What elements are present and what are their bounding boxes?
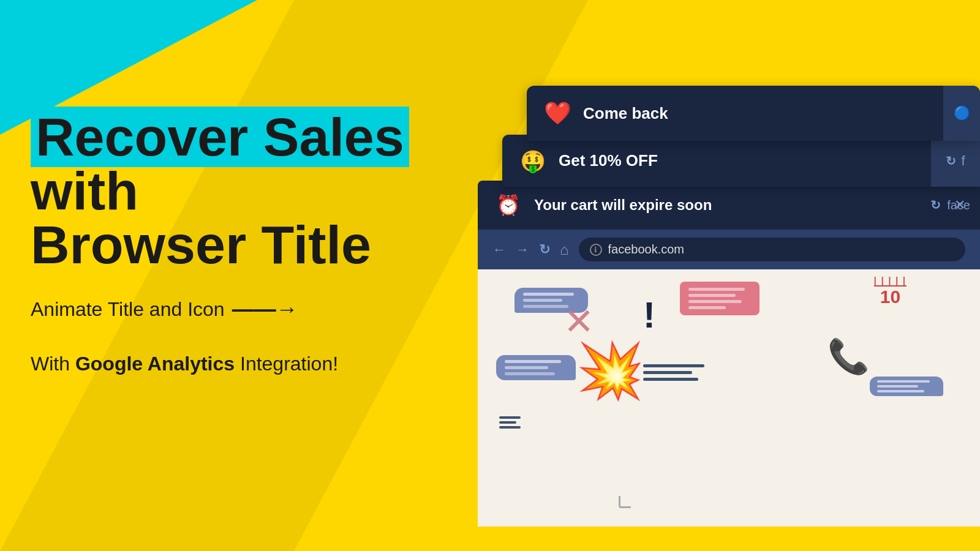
pink-card bbox=[680, 282, 760, 315]
headline-line2: with bbox=[31, 160, 138, 221]
home-button[interactable]: ⌂ bbox=[560, 241, 569, 258]
tab1-title: Come back bbox=[583, 104, 944, 123]
back-button[interactable]: ← bbox=[492, 242, 506, 258]
analytics-suffix: Integration! bbox=[235, 353, 338, 375]
browser-nav-bar: ← → ↻ ⌂ ℹ facebook.com bbox=[478, 230, 980, 269]
speech-bubble-bottom-left bbox=[496, 355, 576, 380]
phone-icon: 📞 bbox=[827, 337, 870, 377]
tab-bar-3: ⏰ Your cart will expire soon ✕ ↻ face bbox=[478, 181, 980, 230]
analytics-bold: Google Analytics bbox=[75, 353, 235, 375]
tab3-title: Your cart will expire soon bbox=[534, 197, 944, 214]
url-text: facebook.com bbox=[608, 242, 685, 257]
tab2-icon: 🤑 bbox=[517, 145, 549, 177]
subtext-label: Animate Title and Icon bbox=[31, 298, 225, 321]
speech-bubble-bottom-right bbox=[870, 377, 943, 396]
browser-mockup: ❤️ Come back ✕ 🔵 🤑 Get 10% OFF ✕ ↻ f ⏰ Y… bbox=[478, 86, 980, 527]
info-icon: ℹ bbox=[590, 244, 602, 256]
text-lines-mid bbox=[643, 364, 704, 381]
headline-highlight: Recover Sales bbox=[31, 107, 409, 167]
analytics-text: With Google Analytics Integration! bbox=[31, 353, 447, 375]
tab1-icon: ❤️ bbox=[541, 97, 573, 129]
browser-content-area: ✕ ! | | | | | 10 💥 bbox=[478, 269, 980, 527]
x-mark-icon: ✕ bbox=[564, 300, 594, 343]
tab2-title: Get 10% OFF bbox=[559, 151, 944, 170]
burst-icon: 💥 bbox=[576, 343, 644, 398]
subtext: Animate Title and Icon ——→ bbox=[31, 296, 447, 322]
tab-bar-1: ❤️ Come back ✕ 🔵 bbox=[527, 86, 980, 141]
corner-fragment bbox=[619, 496, 631, 508]
headline-line3: Browser Title bbox=[31, 214, 371, 275]
arrow-icon: ——→ bbox=[232, 296, 298, 322]
forward-button[interactable]: → bbox=[516, 242, 529, 258]
tab-bar-2: 🤑 Get 10% OFF ✕ ↻ f bbox=[502, 135, 980, 187]
analytics-prefix: With bbox=[31, 353, 75, 375]
left-panel: Recover Sales with Browser Title Animate… bbox=[31, 110, 447, 375]
headline: Recover Sales with Browser Title bbox=[31, 110, 447, 272]
exclamation-icon: ! bbox=[643, 294, 655, 336]
reload-button[interactable]: ↻ bbox=[539, 242, 550, 258]
tab3-icon: ⏰ bbox=[492, 189, 524, 221]
tally-marks: | | | | | 10 bbox=[874, 276, 907, 307]
address-bar[interactable]: ℹ facebook.com bbox=[579, 238, 966, 261]
hamburger-icon bbox=[499, 416, 521, 429]
